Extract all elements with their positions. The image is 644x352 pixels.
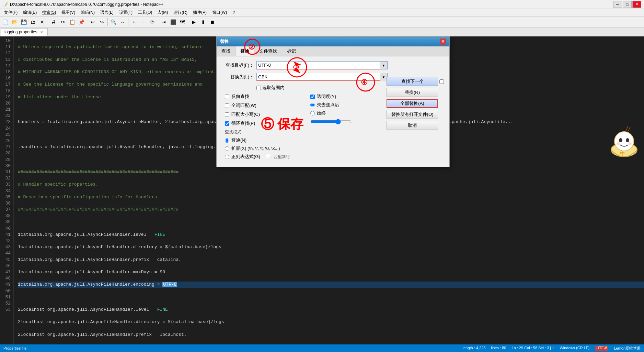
replace-all-open-button[interactable]: 替换所有打开文件(O) (387, 110, 438, 119)
wrap-row: 循环查找(P) (222, 120, 302, 126)
replace-row: 替换为(L)： ▼ (222, 73, 388, 81)
toolbar-wrap[interactable]: ⇥ (159, 18, 168, 26)
cancel-button[interactable]: 取消 (387, 121, 438, 130)
toolbar: 📄 📂 💾 🗂 ✕ 🖨 ✂ 📋 📌 ↩ ↪ 🔍 ↔ + − ⟳ ⇥ ⬛ 🗺 ▶ … (0, 16, 644, 28)
replace-input[interactable] (256, 73, 380, 81)
tab-logging-properties[interactable]: logging.properties ✕ (1, 28, 48, 36)
toolbar-save-all[interactable]: 🗂 (28, 18, 37, 26)
toolbar-zoom-in[interactable]: + (129, 18, 138, 26)
dialog-tabs: 查找 替换 文件查找 标记 (217, 46, 449, 56)
wrap-checkbox[interactable] (225, 121, 229, 126)
mode-normal-label: 普通(N) (231, 137, 246, 143)
title-bar: 📝 D:\apache-tomcat-9.0.70\apache-tomcat-… (0, 0, 644, 9)
find-input-wrapper: ▼ (256, 61, 388, 69)
toolbar-redo[interactable]: ↪ (97, 18, 106, 26)
right-options: 透明度(Y) 失去焦点后 始终 (308, 94, 388, 162)
menu-plugins[interactable]: 插件(P) (190, 9, 209, 16)
mode-normal-row: 普通(N) (222, 137, 302, 143)
close-button[interactable]: ✕ (632, 1, 641, 8)
dialog-tab-file-find[interactable]: 文件查找 (254, 46, 282, 56)
toolbar-close[interactable]: ✕ (38, 18, 47, 26)
toolbar-cut[interactable]: ✂ (58, 18, 67, 26)
find-input[interactable] (256, 61, 380, 69)
find-next-button[interactable]: 查找下一个 (387, 77, 438, 86)
reverse-row: 反向查找 (222, 94, 302, 100)
replace-all-button[interactable]: 全部替换(A) (387, 99, 438, 108)
toolbar-stop[interactable]: ⏹ (208, 18, 217, 26)
menu-view[interactable]: 视图(V) (59, 9, 78, 16)
range-checkbox[interactable] (256, 86, 261, 90)
replace-dialog[interactable]: 替换 ✕ 查找 替换 文件查找 标记 查找目标(F)： ▼ (216, 36, 450, 167)
match-case-row: 匹配大小写(C) (222, 111, 302, 118)
menu-edit[interactable]: 编辑(E) (20, 9, 39, 16)
reverse-checkbox[interactable] (225, 95, 229, 99)
menu-encoding[interactable]: 编码(N) (78, 9, 97, 16)
menu-run[interactable]: 运行(R) (171, 9, 190, 16)
toolbar-debug[interactable]: ⏸ (198, 18, 207, 26)
line-27: 1catalina.org.apache.juli.AsyncFileHandl… (18, 257, 644, 263)
menu-window[interactable]: 窗口(W) (209, 9, 230, 16)
main-area: 1011121314 1516171819 2021222324 2526272… (0, 36, 644, 344)
range-label: 选取范围内 (262, 85, 285, 91)
mode-regex-radio[interactable] (225, 155, 229, 159)
transparency-checkbox[interactable] (310, 95, 315, 99)
toolbar-save[interactable]: 💾 (19, 18, 28, 26)
toolbar-print[interactable]: 🖨 (49, 18, 58, 26)
left-options: 反向查找 全词匹配(W) 匹配大小写(C) 循环查找(P) (222, 94, 302, 162)
find-dropdown[interactable]: ▼ (380, 61, 388, 69)
menu-file[interactable]: 文件(F) (1, 9, 20, 16)
replace-button[interactable]: 替换(R) (387, 88, 438, 97)
toolbar-indent[interactable]: ⬛ (169, 18, 177, 26)
sep1 (48, 18, 48, 26)
line-29: 1catalina.org.apache.juli.AsyncFileHandl… (18, 282, 644, 288)
dialog-tab-mark[interactable]: 标记 (282, 46, 301, 56)
transparency-section: 透明度(Y) (308, 94, 388, 100)
dialog-tab-replace[interactable]: 替换 (235, 46, 254, 56)
dialog-close-button[interactable]: ✕ (440, 38, 446, 45)
tab-bar: logging.properties ✕ (0, 28, 644, 36)
menu-settings[interactable]: 设置(T) (116, 9, 135, 16)
line-numbers: 1011121314 1516171819 2021222324 2526272… (0, 36, 14, 344)
toolbar-zoom-out[interactable]: − (139, 18, 148, 26)
whole-word-checkbox[interactable] (225, 103, 229, 108)
match-newline-checkbox[interactable] (266, 154, 270, 158)
toolbar-map[interactable]: 🗺 (178, 18, 187, 26)
line-26: 1catalina.org.apache.juli.AsyncFileHandl… (18, 244, 644, 250)
sep3 (107, 18, 108, 26)
toolbar-undo[interactable]: ↩ (88, 18, 97, 26)
find-next-extra-checkbox[interactable] (439, 79, 444, 84)
toolbar-open[interactable]: 📂 (10, 18, 19, 26)
status-right: length : 4,223 lines : 80 Ln : 29 Col : … (463, 346, 641, 351)
maximize-button[interactable]: □ (623, 1, 632, 8)
menu-help[interactable]: ? (230, 9, 238, 16)
sep5 (158, 18, 158, 26)
toolbar-copy[interactable]: 📋 (68, 18, 77, 26)
trans-focus-row: 失去焦点后 (308, 102, 388, 108)
sep6 (188, 18, 188, 26)
file-type: Properties file (3, 346, 26, 350)
toolbar-sync[interactable]: ⟳ (148, 18, 157, 26)
extra-info: Lemon爱吃苹果 (614, 346, 641, 351)
menu-language[interactable]: 语言(L) (97, 9, 116, 16)
status-left: Properties file (3, 346, 26, 350)
mode-normal-radio[interactable] (225, 138, 229, 143)
toolbar-new[interactable]: 📄 (1, 18, 10, 26)
match-case-checkbox[interactable] (225, 112, 229, 117)
toolbar-paste[interactable]: 📌 (77, 18, 86, 26)
minimize-button[interactable]: ─ (613, 1, 622, 8)
dialog-title-bar[interactable]: 替换 ✕ (217, 37, 449, 46)
menu-tools[interactable]: 工具(O) (135, 9, 155, 16)
transparency-slider[interactable] (310, 119, 352, 124)
trans-always-radio[interactable] (310, 111, 315, 116)
line-ending: Windows (CR LF) (560, 346, 589, 351)
find-label: 查找目标(F)： (222, 62, 256, 68)
menu-macro[interactable]: 宏(M) (155, 9, 171, 16)
trans-focus-radio[interactable] (310, 103, 315, 107)
toolbar-find[interactable]: 🔍 (109, 18, 118, 26)
toolbar-replace[interactable]: ↔ (118, 18, 127, 26)
mode-extended-radio[interactable] (225, 146, 229, 151)
dialog-tab-find[interactable]: 查找 (217, 46, 235, 56)
menu-search[interactable]: 搜索(S) (39, 9, 59, 16)
toolbar-run[interactable]: ▶ (189, 18, 198, 26)
tab-close-btn[interactable]: ✕ (39, 30, 44, 34)
